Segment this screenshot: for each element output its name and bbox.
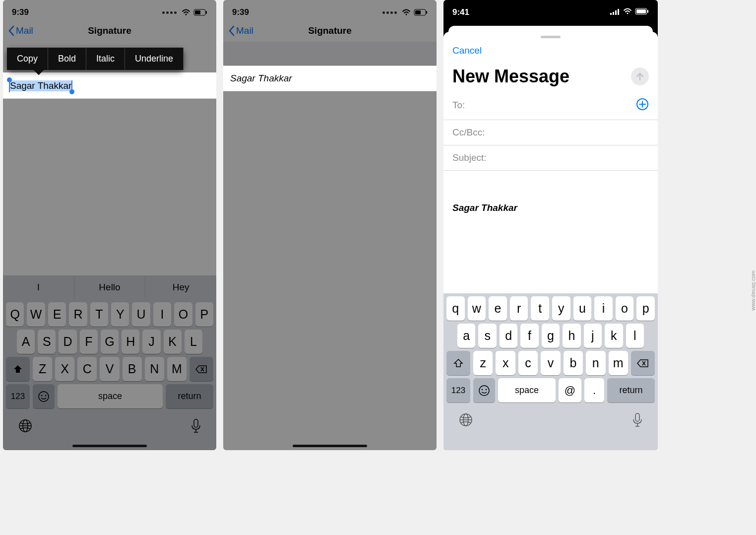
add-contact-button[interactable] [636, 98, 649, 113]
key-k[interactable]: K [164, 330, 182, 354]
return-key[interactable]: return [607, 378, 655, 402]
key-j[interactable]: J [142, 330, 160, 354]
dot-key[interactable]: . [584, 378, 604, 402]
svg-rect-14 [426, 11, 427, 14]
home-indicator[interactable] [293, 445, 367, 447]
key-m[interactable]: m [609, 351, 628, 375]
key-b[interactable]: b [564, 351, 583, 375]
key-i[interactable]: I [153, 302, 171, 327]
signature-field[interactable]: Sagar Thakkar [3, 73, 216, 99]
quicktype-bar: I Hello Hey [3, 275, 216, 299]
signature-field-overlay[interactable]: Sagar Thakkar [223, 66, 437, 91]
key-h[interactable]: H [122, 330, 139, 354]
key-c[interactable]: C [77, 357, 97, 381]
key-o[interactable]: o [616, 296, 634, 321]
svg-rect-3 [206, 11, 207, 14]
ccbcc-label: Cc/Bcc: [452, 127, 485, 138]
key-t[interactable]: t [531, 296, 549, 321]
numbers-key[interactable]: 123 [446, 378, 470, 402]
key-z[interactable]: z [473, 351, 493, 375]
cancel-button[interactable]: Cancel [452, 45, 482, 56]
space-key[interactable]: space [58, 384, 163, 408]
key-m[interactable]: M [167, 357, 187, 381]
emoji-key[interactable] [33, 384, 55, 408]
to-field[interactable]: To: [443, 91, 658, 120]
menu-copy[interactable]: Copy [7, 48, 48, 70]
subject-field[interactable]: Subject: [443, 145, 658, 171]
key-i[interactable]: i [594, 296, 613, 321]
key-s[interactable]: S [38, 330, 56, 354]
key-j[interactable]: j [584, 324, 602, 348]
key-p[interactable]: p [636, 296, 655, 321]
space-key[interactable]: space [498, 378, 556, 402]
shift-key[interactable] [6, 357, 30, 381]
key-q[interactable]: Q [6, 302, 24, 327]
globe-key[interactable] [458, 412, 473, 429]
suggestion-1[interactable]: I [3, 275, 74, 299]
key-v[interactable]: v [541, 351, 560, 375]
key-e[interactable]: E [48, 302, 66, 327]
svg-point-28 [486, 389, 487, 390]
key-q[interactable]: q [446, 296, 465, 321]
emoji-icon [478, 385, 490, 397]
key-f[interactable]: f [520, 324, 538, 348]
message-body[interactable]: Sagar Thakkar [443, 171, 658, 225]
key-c[interactable]: c [518, 351, 538, 375]
key-r[interactable]: r [510, 296, 528, 321]
key-l[interactable]: l [626, 324, 644, 348]
key-a[interactable]: a [457, 324, 475, 348]
key-u[interactable]: U [132, 302, 150, 327]
key-e[interactable]: e [489, 296, 507, 321]
key-g[interactable]: g [542, 324, 560, 348]
key-f[interactable]: F [80, 330, 98, 354]
key-p[interactable]: P [195, 302, 213, 327]
suggestion-2[interactable]: Hello [74, 275, 146, 299]
key-u[interactable]: u [573, 296, 592, 321]
key-k[interactable]: k [605, 324, 623, 348]
backspace-key[interactable] [631, 351, 655, 375]
key-w[interactable]: W [27, 302, 45, 327]
back-button[interactable]: Mail [228, 25, 253, 36]
return-key[interactable]: return [166, 384, 213, 408]
key-y[interactable]: Y [111, 302, 129, 327]
key-v[interactable]: V [100, 357, 119, 381]
key-g[interactable]: G [101, 330, 119, 354]
key-x[interactable]: X [55, 357, 74, 381]
home-indicator[interactable] [72, 445, 147, 447]
key-a[interactable]: A [17, 330, 35, 354]
dictation-key[interactable] [632, 412, 643, 429]
send-button[interactable] [631, 67, 649, 85]
menu-italic[interactable]: Italic [86, 48, 125, 70]
signature-in-body: Sagar Thakkar [452, 202, 649, 213]
key-w[interactable]: w [468, 296, 486, 321]
shift-key[interactable] [446, 351, 470, 375]
suggestion-3[interactable]: Hey [145, 275, 216, 299]
sheet-grabber[interactable] [541, 36, 561, 38]
dictation-key[interactable] [190, 418, 201, 435]
key-s[interactable]: s [478, 324, 496, 348]
key-d[interactable]: d [500, 324, 517, 348]
emoji-key[interactable] [473, 378, 495, 402]
key-d[interactable]: D [59, 330, 76, 354]
status-bar: 9:39 [3, 0, 216, 20]
menu-underline[interactable]: Underline [125, 48, 184, 70]
key-o[interactable]: O [174, 302, 192, 327]
key-t[interactable]: T [90, 302, 108, 327]
backspace-key[interactable] [189, 357, 213, 381]
numbers-key[interactable]: 123 [6, 384, 30, 408]
selection-handle-end[interactable] [69, 89, 74, 94]
key-r[interactable]: R [69, 302, 87, 327]
at-key[interactable]: @ [559, 378, 581, 402]
globe-key[interactable] [18, 418, 33, 435]
key-l[interactable]: L [185, 330, 202, 354]
key-z[interactable]: Z [33, 357, 52, 381]
key-b[interactable]: B [123, 357, 142, 381]
key-n[interactable]: n [586, 351, 605, 375]
ccbcc-field[interactable]: Cc/Bcc: [443, 120, 658, 145]
key-y[interactable]: y [552, 296, 570, 321]
key-x[interactable]: x [496, 351, 515, 375]
menu-bold[interactable]: Bold [48, 48, 86, 70]
key-n[interactable]: N [145, 357, 164, 381]
back-button[interactable]: Mail [8, 25, 33, 36]
key-h[interactable]: h [563, 324, 580, 348]
